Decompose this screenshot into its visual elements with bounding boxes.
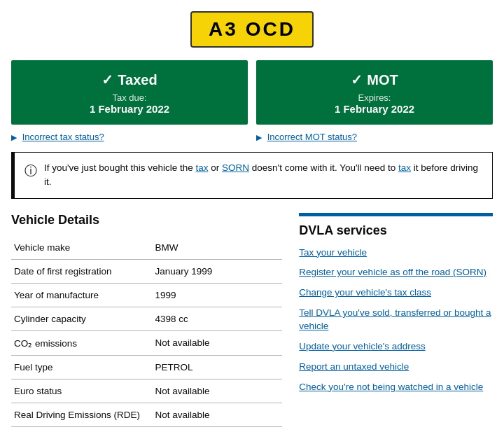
detail-label: Year of manufacture (11, 283, 152, 307)
tax-check-icon: ✓ (102, 72, 113, 88)
dvla-link-0[interactable]: Tax your vehicle (299, 247, 367, 258)
table-row: CO₂ emissions Not available (11, 330, 282, 355)
detail-label: Cylinder capacity (11, 307, 152, 330)
dvla-link-6[interactable]: Check you're not being watched in a vehi… (299, 382, 483, 392)
table-row: Vehicle make BMW (11, 236, 282, 260)
number-plate: A3 OCD (190, 11, 314, 48)
vehicle-details-section: Vehicle Details Vehicle make BMW Date of… (11, 213, 282, 427)
list-item: Change your vehicle's tax class (299, 286, 493, 300)
dvla-link-4[interactable]: Update your vehicle's address (299, 341, 425, 351)
tax-arrow-icon: ▶ (11, 133, 17, 141)
warning-tax-link1[interactable]: tax (195, 162, 208, 173)
detail-label: Real Driving Emissions (RDE) (11, 403, 152, 426)
vehicle-details-heading: Vehicle Details (11, 213, 282, 228)
tax-incorrect-cell: ▶ Incorrect tax status? (11, 132, 248, 142)
table-row: Year of manufacture 1999 (11, 283, 282, 307)
list-item: Check you're not being watched in a vehi… (299, 381, 493, 394)
detail-label: Fuel type (11, 355, 152, 379)
details-table: Vehicle make BMW Date of first registrat… (11, 236, 282, 427)
warning-text: If you've just bought this vehicle the t… (44, 161, 482, 190)
incorrect-links-row: ▶ Incorrect tax status? ▶ Incorrect MOT … (11, 132, 493, 142)
dvla-services-bar (299, 213, 493, 216)
mot-incorrect-link[interactable]: Incorrect MOT status? (267, 132, 357, 142)
detail-label: Vehicle make (11, 236, 152, 260)
detail-value: PETROL (152, 355, 282, 379)
mot-arrow-icon: ▶ (256, 133, 262, 141)
dvla-services-section: DVLA services Tax your vehicleRegister y… (299, 213, 493, 427)
warning-banner: ⓘ If you've just bought this vehicle the… (11, 152, 493, 199)
warning-tax-link2[interactable]: tax (398, 162, 411, 173)
list-item: Report an untaxed vehicle (299, 361, 493, 374)
plate-container: A3 OCD (11, 11, 493, 48)
detail-value: 4398 cc (152, 307, 282, 330)
detail-value: January 1999 (152, 259, 282, 283)
tax-status-box: ✓Taxed Tax due: 1 February 2022 (11, 60, 248, 125)
list-item: Register your vehicle as off the road (S… (299, 266, 493, 279)
warning-icon: ⓘ (24, 162, 37, 181)
warning-sorn-link[interactable]: SORN (222, 162, 249, 173)
tax-due-date: 1 February 2022 (20, 103, 239, 115)
detail-value: BMW (152, 236, 282, 260)
tax-due-label: Tax due: (20, 92, 239, 103)
table-row: Cylinder capacity 4398 cc (11, 307, 282, 330)
list-item: Update your vehicle's address (299, 340, 493, 354)
mot-check-icon: ✓ (351, 72, 363, 88)
mot-status-title: ✓MOT (265, 71, 484, 88)
mot-incorrect-cell: ▶ Incorrect MOT status? (256, 132, 493, 142)
dvla-services-heading: DVLA services (299, 223, 493, 238)
tax-status-title: ✓Taxed (20, 71, 239, 88)
detail-value: Not available (152, 403, 282, 426)
detail-label: CO₂ emissions (11, 330, 152, 355)
list-item: Tell DVLA you've sold, transferred or bo… (299, 307, 493, 333)
detail-value: Not available (152, 379, 282, 403)
mot-status-box: ✓MOT Expires: 1 February 2022 (256, 60, 493, 125)
detail-value: 1999 (152, 283, 282, 307)
detail-value: Not available (152, 330, 282, 355)
dvla-link-5[interactable]: Report an untaxed vehicle (299, 361, 409, 372)
table-row: Real Driving Emissions (RDE) Not availab… (11, 403, 282, 426)
list-item: Tax your vehicle (299, 246, 493, 260)
table-row: Date of first registration January 1999 (11, 259, 282, 283)
table-row: Euro status Not available (11, 379, 282, 403)
status-row: ✓Taxed Tax due: 1 February 2022 ✓MOT Exp… (11, 60, 493, 125)
dvla-link-2[interactable]: Change your vehicle's tax class (299, 287, 431, 298)
tax-incorrect-link[interactable]: Incorrect tax status? (22, 132, 104, 142)
dvla-link-1[interactable]: Register your vehicle as off the road (S… (299, 267, 486, 277)
detail-label: Euro status (11, 379, 152, 403)
dvla-link-3[interactable]: Tell DVLA you've sold, transferred or bo… (299, 307, 491, 331)
main-content: Vehicle Details Vehicle make BMW Date of… (11, 213, 493, 427)
mot-expires-label: Expires: (265, 92, 484, 103)
table-row: Fuel type PETROL (11, 355, 282, 379)
detail-label: Date of first registration (11, 259, 152, 283)
mot-expires-date: 1 February 2022 (265, 103, 484, 115)
dvla-services-list: Tax your vehicleRegister your vehicle as… (299, 246, 493, 394)
